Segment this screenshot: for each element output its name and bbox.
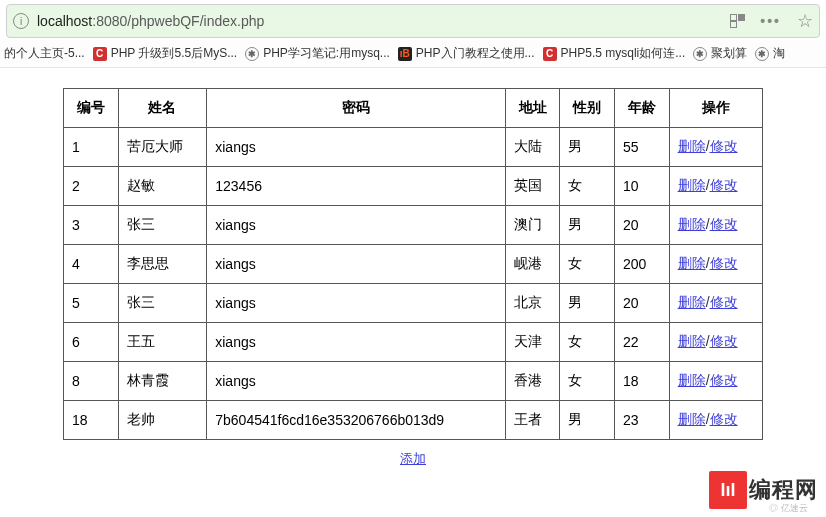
- bookmark-label: PHP学习笔记:用mysq...: [263, 45, 390, 62]
- bookmark-item[interactable]: ✱聚划算: [693, 45, 747, 62]
- table-cell-name: 苦厄大师: [118, 128, 207, 167]
- watermark-logo-icon: lıl: [709, 471, 747, 478]
- watermark-text: 编程网: [749, 475, 818, 478]
- table-header-cell: 密码: [207, 89, 506, 128]
- bookmark-item[interactable]: ✱淘: [755, 45, 785, 62]
- bookmark-label: PHP入门教程之使用...: [416, 45, 535, 62]
- table-cell-actions: 删除/修改: [669, 206, 762, 245]
- edit-link[interactable]: 修改: [710, 333, 738, 349]
- table-cell-actions: 删除/修改: [669, 401, 762, 440]
- edit-link[interactable]: 修改: [710, 216, 738, 232]
- bookmark-star-icon[interactable]: ☆: [797, 10, 813, 32]
- info-icon[interactable]: i: [13, 13, 29, 29]
- bookmark-icon: ıB: [398, 47, 412, 61]
- bookmark-label: 的个人主页-5...: [4, 45, 85, 62]
- table-cell-addr: 王者: [505, 401, 560, 440]
- table-cell-age: 200: [615, 245, 670, 284]
- bookmark-label: 聚划算: [711, 45, 747, 62]
- table-cell-sex: 女: [560, 167, 615, 206]
- delete-link[interactable]: 删除: [678, 333, 706, 349]
- table-header-cell: 年龄: [615, 89, 670, 128]
- table-cell-name: 王五: [118, 323, 207, 362]
- table-cell-age: 55: [615, 128, 670, 167]
- delete-link[interactable]: 删除: [678, 216, 706, 232]
- table-cell-name: 李思思: [118, 245, 207, 284]
- url-path: :8080/phpwebQF/index.php: [92, 13, 264, 29]
- table-body: 1苦厄大师xiangs大陆男55删除/修改2赵敏123456英国女10删除/修改…: [64, 128, 763, 440]
- edit-link[interactable]: 修改: [710, 138, 738, 154]
- table-cell-addr: 北京: [505, 284, 560, 323]
- data-table: 编号姓名密码地址性别年龄操作 1苦厄大师xiangs大陆男55删除/修改2赵敏1…: [63, 88, 763, 440]
- globe-icon: ✱: [755, 47, 769, 61]
- table-header-cell: 操作: [669, 89, 762, 128]
- bookmark-item[interactable]: CPHP5.5 mysqli如何连...: [543, 45, 686, 62]
- bookmark-item[interactable]: ıBPHP入门教程之使用...: [398, 45, 535, 62]
- table-row: 4李思思xiangs岘港女200删除/修改: [64, 245, 763, 284]
- table-cell-actions: 删除/修改: [669, 167, 762, 206]
- edit-link[interactable]: 修改: [710, 372, 738, 388]
- edit-link[interactable]: 修改: [710, 177, 738, 193]
- table-cell-pwd: xiangs: [207, 206, 506, 245]
- bookmark-item[interactable]: ✱PHP学习笔记:用mysq...: [245, 45, 390, 62]
- table-cell-pwd: 123456: [207, 167, 506, 206]
- table-cell-sex: 男: [560, 128, 615, 167]
- delete-link[interactable]: 删除: [678, 177, 706, 193]
- bookmark-icon: C: [543, 47, 557, 61]
- delete-link[interactable]: 删除: [678, 411, 706, 427]
- table-cell-sex: 男: [560, 284, 615, 323]
- table-cell-id: 5: [64, 284, 119, 323]
- table-row: 2赵敏123456英国女10删除/修改: [64, 167, 763, 206]
- add-link[interactable]: 添加: [400, 451, 426, 466]
- delete-link[interactable]: 删除: [678, 294, 706, 310]
- bookmark-icon: C: [93, 47, 107, 61]
- table-cell-id: 3: [64, 206, 119, 245]
- table-cell-name: 张三: [118, 206, 207, 245]
- table-cell-actions: 删除/修改: [669, 284, 762, 323]
- bookmarks-bar: 的个人主页-5...CPHP 升级到5.5后MyS...✱PHP学习笔记:用my…: [0, 40, 826, 68]
- bookmark-label: PHP5.5 mysqli如何连...: [561, 45, 686, 62]
- edit-link[interactable]: 修改: [710, 411, 738, 427]
- table-cell-age: 20: [615, 206, 670, 245]
- globe-icon: ✱: [245, 47, 259, 61]
- table-cell-sex: 女: [560, 245, 615, 284]
- table-cell-actions: 删除/修改: [669, 245, 762, 284]
- table-header-row: 编号姓名密码地址性别年龄操作: [64, 89, 763, 128]
- edit-link[interactable]: 修改: [710, 255, 738, 271]
- table-header-cell: 姓名: [118, 89, 207, 128]
- delete-link[interactable]: 删除: [678, 138, 706, 154]
- table-cell-addr: 英国: [505, 167, 560, 206]
- bookmark-label: PHP 升级到5.5后MyS...: [111, 45, 237, 62]
- table-cell-age: 23: [615, 401, 670, 440]
- table-cell-pwd: xiangs: [207, 284, 506, 323]
- table-cell-pwd: xiangs: [207, 128, 506, 167]
- bookmark-item[interactable]: CPHP 升级到5.5后MyS...: [93, 45, 237, 62]
- page-content: 编号姓名密码地址性别年龄操作 1苦厄大师xiangs大陆男55删除/修改2赵敏1…: [0, 68, 826, 478]
- table-cell-age: 10: [615, 167, 670, 206]
- table-row: 3张三xiangs澳门男20删除/修改: [64, 206, 763, 245]
- url-text: localhost:8080/phpwebQF/index.php: [37, 13, 730, 29]
- table-cell-id: 4: [64, 245, 119, 284]
- table-cell-pwd: xiangs: [207, 245, 506, 284]
- bookmark-item[interactable]: 的个人主页-5...: [4, 45, 85, 62]
- table-cell-addr: 天津: [505, 323, 560, 362]
- globe-icon: ✱: [693, 47, 707, 61]
- delete-link[interactable]: 删除: [678, 372, 706, 388]
- address-bar[interactable]: i localhost:8080/phpwebQF/index.php ••• …: [6, 4, 820, 38]
- table-cell-pwd: xiangs: [207, 323, 506, 362]
- url-host: localhost: [37, 13, 92, 29]
- delete-link[interactable]: 删除: [678, 255, 706, 271]
- bookmark-label: 淘: [773, 45, 785, 62]
- table-cell-id: 1: [64, 128, 119, 167]
- table-cell-age: 18: [615, 362, 670, 401]
- table-row: 5张三xiangs北京男20删除/修改: [64, 284, 763, 323]
- table-cell-age: 22: [615, 323, 670, 362]
- table-cell-id: 6: [64, 323, 119, 362]
- qr-icon[interactable]: [730, 14, 744, 28]
- edit-link[interactable]: 修改: [710, 294, 738, 310]
- table-cell-actions: 删除/修改: [669, 362, 762, 401]
- table-header-cell: 地址: [505, 89, 560, 128]
- table-cell-sex: 女: [560, 362, 615, 401]
- table-row: 6王五xiangs天津女22删除/修改: [64, 323, 763, 362]
- more-icon[interactable]: •••: [760, 13, 781, 29]
- table-cell-sex: 女: [560, 323, 615, 362]
